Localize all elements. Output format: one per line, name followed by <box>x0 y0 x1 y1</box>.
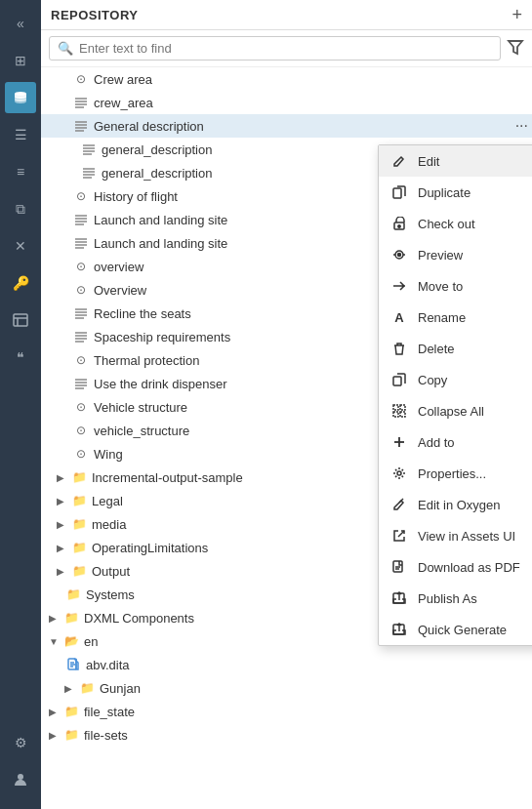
add-button[interactable]: + <box>512 6 522 23</box>
chevron-right-icon: ▶ <box>57 472 70 483</box>
search-input-wrap: 🔍 <box>49 36 501 61</box>
folder-icon: 📁 <box>78 679 96 697</box>
rename-icon: A <box>390 308 408 326</box>
x-icon[interactable]: ✕ <box>5 230 36 262</box>
quick-generate-icon <box>390 621 408 638</box>
view-assets-menu-item[interactable]: View in Assets UI <box>379 520 532 551</box>
quick-generate-menu-item[interactable]: Quick Generate ▶ <box>379 614 532 645</box>
svg-rect-1 <box>14 314 27 326</box>
pencil-icon <box>390 152 408 170</box>
collapse-all-menu-item[interactable]: Collapse All <box>379 395 532 426</box>
tree-item[interactable]: crew_area <box>41 91 532 114</box>
svg-rect-57 <box>400 412 405 417</box>
tree-item-general-description[interactable]: General description ··· <box>41 114 532 138</box>
checkout-label: Check out <box>418 217 532 231</box>
grid-icon[interactable]: ⊞ <box>5 45 36 76</box>
download-pdf-menu-item[interactable]: Download as PDF <box>379 551 532 583</box>
edit-in-oxygen-menu-item[interactable]: Edit in Oxygen <box>379 489 532 520</box>
list-nested-icon[interactable]: ≡ <box>5 156 36 187</box>
svg-marker-5 <box>509 41 522 54</box>
view-assets-label: View in Assets UI <box>418 529 532 544</box>
delete-menu-item[interactable]: Delete <box>379 333 532 364</box>
search-icon: 🔍 <box>58 41 73 56</box>
chevron-down-icon: ▼ <box>49 636 62 647</box>
para-icon: ⊙ <box>72 445 90 463</box>
edit-oxygen-icon <box>390 496 408 513</box>
edit-label: Edit <box>418 154 532 169</box>
svg-point-50 <box>398 254 401 257</box>
properties-menu-item[interactable]: Properties... <box>379 458 532 489</box>
doc-icon <box>80 141 98 158</box>
chevron-right-icon: ▶ <box>57 519 70 530</box>
chevron-right-icon: ▶ <box>49 613 62 624</box>
settings-icon[interactable]: ⚙ <box>5 727 36 758</box>
context-menu: Edit Duplicate Check out <box>378 144 532 646</box>
para-icon: ⊙ <box>72 351 90 369</box>
repo-title: REPOSITORY <box>51 8 139 22</box>
chevron-right-icon: ▶ <box>49 730 62 741</box>
properties-label: Properties... <box>418 466 532 481</box>
key-icon[interactable]: 🔑 <box>5 267 36 299</box>
svg-rect-46 <box>393 188 401 198</box>
tree-item[interactable]: abv.dita <box>41 653 532 676</box>
quote-icon[interactable]: ❝ <box>5 342 36 373</box>
tree-item[interactable]: ▶ 📁 file-sets <box>41 723 532 747</box>
doc-icon <box>72 375 90 392</box>
svg-rect-53 <box>393 377 401 385</box>
tree-item[interactable]: ⊙ Crew area <box>41 67 532 91</box>
copy-menu-item[interactable]: Copy ▶ <box>379 364 532 395</box>
more-options-button[interactable]: ··· <box>515 117 528 135</box>
svg-point-48 <box>398 225 400 227</box>
main-panel: REPOSITORY + 🔍 ⊙ Crew area <box>41 0 532 809</box>
add-icon <box>390 433 408 451</box>
svg-point-4 <box>18 774 23 780</box>
duplicate-label: Duplicate <box>418 185 532 200</box>
list-icon[interactable]: ☰ <box>5 119 36 150</box>
edit-menu-item[interactable]: Edit <box>379 145 532 177</box>
folder-icon: 📂 <box>62 632 80 650</box>
chevron-right-icon: ▶ <box>57 566 70 577</box>
rename-menu-item[interactable]: A Rename <box>379 302 532 333</box>
para-icon: ⊙ <box>72 70 90 88</box>
doc-icon <box>72 328 90 345</box>
folder-icon: 📁 <box>62 703 80 720</box>
preview-menu-item[interactable]: Preview <box>379 239 532 270</box>
folder-icon: 📁 <box>62 609 80 627</box>
para-icon: ⊙ <box>72 422 90 439</box>
folder-icon: 📁 <box>70 562 88 580</box>
add-to-menu-item[interactable]: Add to ▶ <box>379 426 532 458</box>
folder-icon: 📁 <box>70 492 88 509</box>
folder-icon: 📁 <box>70 515 88 533</box>
file-icon <box>64 656 82 673</box>
add-to-label: Add to <box>418 435 532 450</box>
svg-rect-55 <box>400 405 405 410</box>
checkout-menu-item[interactable]: Check out <box>379 208 532 239</box>
svg-rect-54 <box>393 405 398 410</box>
doc-icon <box>72 211 90 228</box>
filter-icon[interactable] <box>507 38 524 60</box>
doc-icon <box>72 117 90 135</box>
download-pdf-label: Download as PDF <box>418 560 532 575</box>
publish-as-menu-item[interactable]: Publish As ▶ <box>379 583 532 614</box>
delete-label: Delete <box>418 342 532 356</box>
person-icon[interactable] <box>5 764 36 795</box>
table-icon[interactable] <box>5 304 36 336</box>
tree-item[interactable]: ▶ 📁 file_state <box>41 700 532 723</box>
tree-item[interactable]: ▶ 📁 Gunjan <box>41 676 532 700</box>
layers-icon[interactable]: ⧉ <box>5 193 36 224</box>
move-icon <box>390 277 408 295</box>
folder-icon: 📁 <box>70 468 88 486</box>
collapse-icon <box>390 402 408 420</box>
folder-icon: 📁 <box>64 586 82 603</box>
svg-point-60 <box>397 471 401 475</box>
database-icon[interactable] <box>5 82 36 113</box>
chevron-double-left-icon[interactable]: « <box>5 8 36 39</box>
search-input[interactable] <box>79 41 492 56</box>
chevron-right-icon: ▶ <box>64 683 78 694</box>
publish-as-label: Publish As <box>418 591 532 606</box>
move-to-menu-item[interactable]: Move to <box>379 270 532 302</box>
preview-label: Preview <box>418 248 532 263</box>
duplicate-icon <box>390 183 408 201</box>
doc-icon <box>72 234 90 252</box>
duplicate-menu-item[interactable]: Duplicate <box>379 177 532 208</box>
